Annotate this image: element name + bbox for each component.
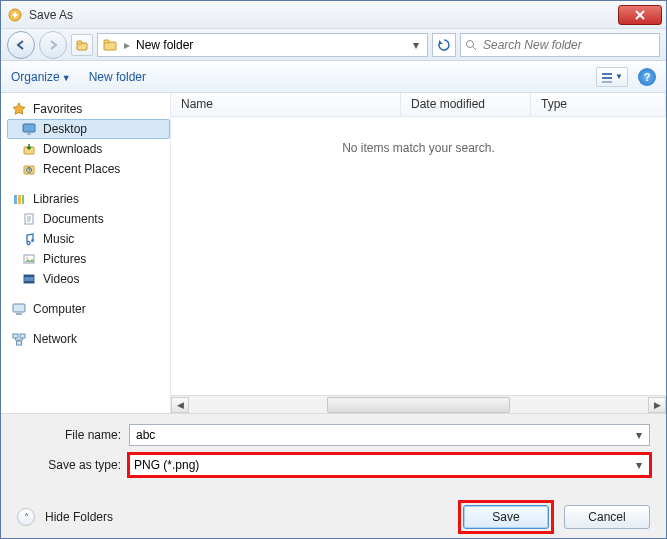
nav-tree: Favorites Desktop Downloads Recent Place… [1, 93, 171, 413]
tree-libraries[interactable]: Libraries [7, 189, 170, 209]
horizontal-scrollbar[interactable]: ◀ ▶ [171, 395, 666, 413]
close-button[interactable] [618, 5, 662, 25]
save-button[interactable]: Save [463, 505, 549, 529]
libraries-icon [11, 191, 27, 207]
tree-computer[interactable]: Computer [7, 299, 170, 319]
dialog-body: Favorites Desktop Downloads Recent Place… [1, 93, 666, 413]
savetype-value: PNG (*.png) [134, 458, 199, 472]
svg-rect-22 [24, 275, 34, 277]
star-icon [11, 101, 27, 117]
desktop-icon [21, 121, 37, 137]
svg-rect-24 [13, 304, 25, 312]
tree-favorites[interactable]: Favorites [7, 99, 170, 119]
file-list-area: Name Date modified Type No items match y… [171, 93, 666, 413]
filename-combobox[interactable]: ▾ [129, 424, 650, 446]
svg-rect-10 [27, 133, 31, 135]
filename-label: File name: [17, 428, 121, 442]
scroll-thumb[interactable] [327, 397, 511, 413]
chevron-right-icon: ▸ [124, 38, 130, 52]
svg-rect-8 [602, 81, 612, 83]
organize-menu[interactable]: Organize▼ [11, 70, 71, 84]
scroll-track[interactable] [189, 397, 648, 413]
new-folder-button[interactable]: New folder [89, 70, 146, 84]
empty-message: No items match your search. [171, 117, 666, 395]
tree-pictures[interactable]: Pictures [7, 249, 170, 269]
tree-documents[interactable]: Documents [7, 209, 170, 229]
save-as-dialog: Save As ▸ New folder ▾ [0, 0, 667, 539]
breadcrumb-dropdown[interactable]: ▾ [407, 36, 425, 54]
svg-rect-28 [17, 341, 22, 345]
svg-rect-4 [104, 40, 109, 43]
downloads-icon [21, 141, 37, 157]
save-form: File name: ▾ Save as type: PNG (*.png) ▾ [1, 413, 666, 490]
view-options-button[interactable]: ▼ [596, 67, 628, 87]
scroll-right-button[interactable]: ▶ [648, 397, 666, 413]
dialog-footer: ˄ Hide Folders Save Cancel [1, 490, 666, 539]
forward-button[interactable] [39, 31, 67, 59]
svg-rect-7 [602, 77, 612, 79]
filename-input[interactable] [134, 427, 645, 443]
documents-icon [21, 211, 37, 227]
svg-rect-23 [24, 281, 34, 283]
svg-rect-16 [22, 195, 24, 204]
svg-rect-25 [16, 313, 22, 315]
scroll-left-button[interactable]: ◀ [171, 397, 189, 413]
hide-folders-label[interactable]: Hide Folders [45, 510, 113, 524]
search-box[interactable] [460, 33, 660, 57]
svg-rect-14 [14, 195, 17, 204]
svg-rect-2 [77, 41, 82, 44]
chevron-down-icon: ▼ [62, 73, 71, 83]
navbar: ▸ New folder ▾ [1, 29, 666, 61]
savetype-combobox[interactable]: PNG (*.png) ▾ [129, 454, 650, 476]
column-headers: Name Date modified Type [171, 93, 666, 117]
column-name[interactable]: Name [171, 93, 401, 116]
music-icon [21, 231, 37, 247]
back-button[interactable] [7, 31, 35, 59]
svg-point-5 [467, 40, 474, 47]
tree-network[interactable]: Network [7, 329, 170, 349]
help-button[interactable]: ? [638, 68, 656, 86]
tree-music[interactable]: Music [7, 229, 170, 249]
chevron-down-icon[interactable]: ▾ [631, 427, 647, 443]
search-icon [465, 39, 477, 51]
up-button[interactable] [71, 34, 93, 56]
savetype-label: Save as type: [17, 458, 121, 472]
window-title: Save As [29, 8, 618, 22]
folder-icon [102, 37, 118, 53]
column-type[interactable]: Type [531, 93, 666, 116]
chevron-down-icon: ▼ [615, 72, 623, 81]
tree-desktop[interactable]: Desktop [7, 119, 170, 139]
network-icon [11, 331, 27, 347]
videos-icon [21, 271, 37, 287]
svg-point-20 [26, 257, 28, 259]
tree-downloads[interactable]: Downloads [7, 139, 170, 159]
toolbar: Organize▼ New folder ▼ ? [1, 61, 666, 93]
titlebar: Save As [1, 1, 666, 29]
svg-rect-15 [18, 195, 21, 204]
breadcrumb[interactable]: ▸ New folder ▾ [97, 33, 428, 57]
hide-folders-toggle[interactable]: ˄ [17, 508, 35, 526]
computer-icon [11, 301, 27, 317]
list-view-icon [601, 71, 613, 83]
tree-recent[interactable]: Recent Places [7, 159, 170, 179]
search-input[interactable] [481, 37, 655, 53]
cancel-button[interactable]: Cancel [564, 505, 650, 529]
svg-rect-27 [20, 334, 25, 338]
save-highlight: Save [458, 500, 554, 534]
svg-point-18 [31, 239, 34, 242]
column-date[interactable]: Date modified [401, 93, 531, 116]
svg-rect-6 [602, 73, 612, 75]
svg-rect-9 [23, 124, 35, 132]
breadcrumb-segment[interactable]: New folder [136, 38, 193, 52]
svg-rect-26 [13, 334, 18, 338]
app-icon [7, 7, 23, 23]
pictures-icon [21, 251, 37, 267]
recent-icon [21, 161, 37, 177]
refresh-button[interactable] [432, 33, 456, 57]
tree-videos[interactable]: Videos [7, 269, 170, 289]
chevron-down-icon[interactable]: ▾ [631, 457, 647, 473]
